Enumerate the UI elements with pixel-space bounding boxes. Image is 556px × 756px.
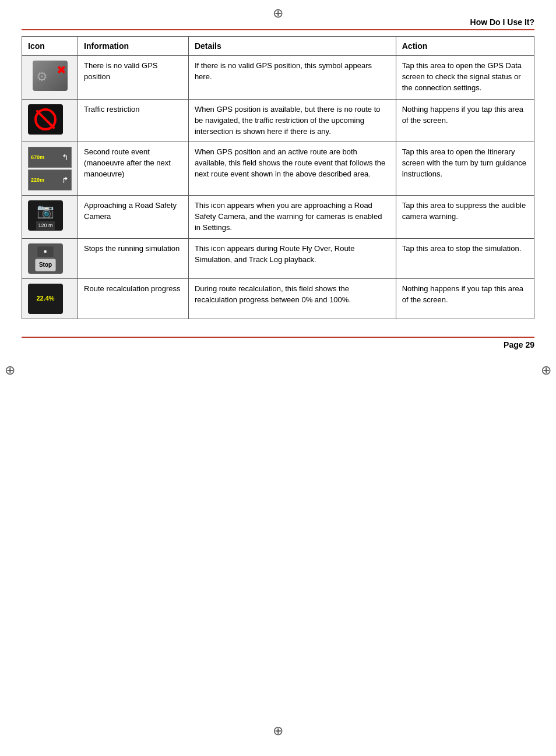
camera-symbol: 📷 bbox=[37, 201, 54, 221]
page-footer: Page 29 bbox=[22, 337, 534, 349]
table-row: 22.4% Route recalculation progress Durin… bbox=[22, 278, 534, 319]
icon-cell-recalc: 22.4% bbox=[22, 278, 78, 319]
action-gps: Tap this area to open the GPS Data scree… bbox=[396, 56, 534, 100]
stop-screen-label: ■ bbox=[44, 248, 47, 255]
table-row: There is no valid GPS position If there … bbox=[22, 56, 534, 100]
details-route: When GPS position and an active route ar… bbox=[188, 142, 396, 196]
camera-approach-icon: 📷 120 m bbox=[28, 200, 63, 231]
action-camera: Tap this area to suppress the audible ca… bbox=[396, 196, 534, 239]
crosshair-left: ⊕ bbox=[5, 363, 15, 378]
route-dist2-label: 220m bbox=[31, 176, 44, 184]
crosshair-right: ⊕ bbox=[541, 363, 551, 378]
camera-distance-label: 120 m bbox=[36, 221, 54, 230]
info-route: Second route event (manoeuvre after the … bbox=[78, 142, 189, 196]
details-gps: If there is no valid GPS position, this … bbox=[188, 56, 396, 100]
action-recalc: Nothing happens if you tap this area of … bbox=[396, 278, 534, 319]
traffic-restriction-icon bbox=[28, 104, 63, 135]
icon-cell-stop: ■ Stop bbox=[22, 238, 78, 278]
details-traffic: When GPS position is available, but ther… bbox=[188, 99, 396, 142]
crosshair-bottom: ⊕ bbox=[273, 723, 283, 739]
col-header-details: Details bbox=[188, 37, 396, 56]
table-row: ■ Stop Stops the running simulation This… bbox=[22, 238, 534, 278]
info-recalc: Route recalculation progress bbox=[78, 278, 189, 319]
reference-table: Icon Information Details Action There is… bbox=[22, 36, 534, 319]
icon-cell-camera: 📷 120 m bbox=[22, 196, 78, 239]
info-gps: There is no valid GPS position bbox=[78, 56, 189, 100]
icon-cell-traffic bbox=[22, 99, 78, 142]
table-row: Traffic restriction When GPS position is… bbox=[22, 99, 534, 142]
crosshair-top: ⊕ bbox=[273, 6, 283, 21]
action-stop: Tap this area to stop the simulation. bbox=[396, 238, 534, 278]
icon-cell-route: 670m ↰ 220m ↱ bbox=[22, 142, 78, 196]
details-recalc: During route recalculation, this field s… bbox=[188, 278, 396, 319]
table-row: 📷 120 m Approaching a Road Safety Camera… bbox=[22, 196, 534, 239]
recalculation-icon: 22.4% bbox=[28, 284, 63, 314]
info-camera: Approaching a Road Safety Camera bbox=[78, 196, 189, 239]
no-entry-symbol bbox=[34, 108, 57, 130]
route-arrow2-icon: ↱ bbox=[62, 174, 69, 186]
route-top-icon: 670m ↰ bbox=[28, 147, 72, 168]
route-arrow-icon: ↰ bbox=[62, 151, 69, 163]
recalc-percentage-label: 22.4% bbox=[36, 294, 54, 303]
stop-simulation-icon: ■ Stop bbox=[28, 243, 63, 274]
info-stop: Stops the running simulation bbox=[78, 238, 189, 278]
route-dist-label: 670m bbox=[31, 154, 44, 161]
details-camera: This icon appears when you are approachi… bbox=[188, 196, 396, 239]
info-traffic: Traffic restriction bbox=[78, 99, 189, 142]
table-row: 670m ↰ 220m ↱ Second route event (manoeu… bbox=[22, 142, 534, 196]
stop-button-icon: Stop bbox=[35, 259, 56, 272]
route-event-icon: 670m ↰ 220m ↱ bbox=[28, 147, 72, 190]
col-header-icon: Icon bbox=[22, 37, 78, 56]
gps-no-signal-icon bbox=[33, 61, 68, 91]
action-traffic: Nothing happens if you tap this area of … bbox=[396, 99, 534, 142]
col-header-action: Action bbox=[396, 37, 534, 56]
route-bottom-icon: 220m ↱ bbox=[28, 169, 72, 190]
col-header-information: Information bbox=[78, 37, 189, 56]
action-route: Tap this area to open the Itinerary scre… bbox=[396, 142, 534, 196]
icon-cell-gps bbox=[22, 56, 78, 100]
stop-screen-icon: ■ bbox=[37, 246, 54, 257]
details-stop: This icon appears during Route Fly Over,… bbox=[188, 238, 396, 278]
